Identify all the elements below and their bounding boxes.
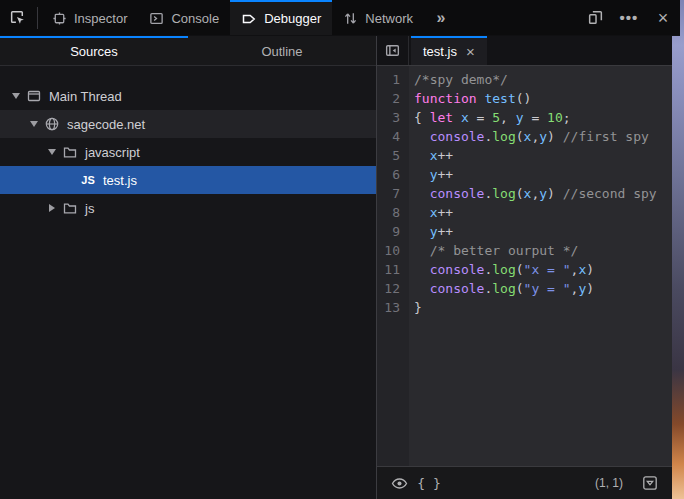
editor-tab-label: test.js <box>423 44 457 59</box>
pick-element-icon <box>9 9 26 26</box>
tree-item-js[interactable]: js <box>0 194 376 222</box>
line-number[interactable]: 6 <box>377 165 409 184</box>
tab-outline[interactable]: Outline <box>188 36 376 65</box>
expand-panel-icon <box>642 475 658 491</box>
code-line: 9 y++ <box>377 222 672 241</box>
tree-item-main-thread[interactable]: Main Thread <box>0 82 376 110</box>
code-text: function test() <box>409 89 531 108</box>
line-number[interactable]: 2 <box>377 89 409 108</box>
toolbar-spacer <box>458 0 578 35</box>
code-text: /*spy demo*/ <box>409 70 508 89</box>
tree-item-test-js[interactable]: JStest.js <box>0 166 376 194</box>
collapse-sidebar-icon <box>384 42 401 59</box>
close-devtools-button[interactable]: × <box>646 0 680 35</box>
desktop-wallpaper-strip <box>672 0 684 499</box>
code-line: 7 console.log(x,y) //second spy <box>377 184 672 203</box>
globe-icon <box>44 116 60 132</box>
close-tab-icon[interactable]: × <box>466 44 475 59</box>
tab-label: Outline <box>261 44 302 59</box>
tab-inspector[interactable]: Inspector <box>41 0 138 35</box>
chevron-down-icon[interactable] <box>26 121 42 127</box>
more-tabs-button[interactable]: » <box>424 0 458 35</box>
tree-item-label: sagecode.net <box>67 117 145 132</box>
line-number[interactable]: 12 <box>377 279 409 298</box>
line-number[interactable]: 3 <box>377 108 409 127</box>
tab-label: Debugger <box>264 11 321 26</box>
code-line: 2function test() <box>377 89 672 108</box>
line-number[interactable]: 9 <box>377 222 409 241</box>
line-number[interactable]: 11 <box>377 260 409 279</box>
code-line: 8 x++ <box>377 203 672 222</box>
debugger-icon <box>241 11 257 27</box>
line-number[interactable]: 8 <box>377 203 409 222</box>
chevron-right-icon[interactable] <box>44 204 60 212</box>
source-editor-panel: test.js × 1/*spy demo*/2function test()3… <box>377 36 672 499</box>
js-icon: JS <box>80 172 96 188</box>
devtools-window: Inspector Console Debugger <box>0 0 684 499</box>
pick-element-button[interactable] <box>0 0 34 35</box>
eye-icon <box>391 475 408 492</box>
close-icon: × <box>658 9 669 27</box>
code-editor[interactable]: 1/*spy demo*/2function test()3{ let x = … <box>377 66 672 466</box>
chevron-double-right-icon: » <box>437 9 446 27</box>
line-number[interactable]: 4 <box>377 127 409 146</box>
expand-panel-button[interactable] <box>637 471 663 495</box>
code-text: y++ <box>409 222 453 241</box>
folder-icon <box>62 144 78 160</box>
code-text: { let x = 5, y = 10; <box>409 108 571 127</box>
code-line: 10 /* better ourput */ <box>377 241 672 260</box>
editor-tabbar: test.js × <box>377 36 672 66</box>
sources-tree: Main Threadsagecode.netjavascriptJStest.… <box>0 66 376 499</box>
tab-network[interactable]: Network <box>332 0 424 35</box>
code-line: 3{ let x = 5, y = 10; <box>377 108 672 127</box>
devtools-main: Sources Outline Main Threadsagecode.netj… <box>0 36 672 499</box>
tab-label: Sources <box>70 44 118 59</box>
chevron-down-icon[interactable] <box>8 93 24 99</box>
code-line: 13} <box>377 298 672 317</box>
sidebar-tabbar: Sources Outline <box>0 36 376 66</box>
tree-item-javascript[interactable]: javascript <box>0 138 376 166</box>
toolbar-separator <box>37 7 38 29</box>
cursor-position: (1, 1) <box>595 476 623 490</box>
tab-label: Inspector <box>74 11 127 26</box>
tree-item-label: Main Thread <box>49 89 122 104</box>
code-text: console.log(x,y) //first spy <box>409 127 649 146</box>
collapse-sources-pane-button[interactable] <box>377 36 409 65</box>
tab-debugger[interactable]: Debugger <box>230 0 332 35</box>
code-text: console.log("x = ",x) <box>409 260 594 279</box>
editor-tab-testjs[interactable]: test.js × <box>411 36 487 65</box>
code-line: 11 console.log("x = ",x) <box>377 260 672 279</box>
sources-sidebar: Sources Outline Main Threadsagecode.netj… <box>0 36 377 499</box>
folder-icon <box>62 200 78 216</box>
code-text: x++ <box>409 203 453 222</box>
tab-sources[interactable]: Sources <box>0 36 188 65</box>
code-line: 4 console.log(x,y) //first spy <box>377 127 672 146</box>
code-line: 1/*spy demo*/ <box>377 70 672 89</box>
braces-icon: { } <box>417 476 440 491</box>
devtools-toolbar: Inspector Console Debugger <box>0 0 680 36</box>
watch-expression-button[interactable] <box>386 471 412 495</box>
chevron-down-icon[interactable] <box>44 149 60 155</box>
line-number[interactable]: 13 <box>377 298 409 317</box>
window-icon <box>26 88 42 104</box>
line-number[interactable]: 1 <box>377 70 409 89</box>
network-icon <box>343 11 358 26</box>
line-number[interactable]: 10 <box>377 241 409 260</box>
code-text: console.log(x,y) //second spy <box>409 184 657 203</box>
code-line: 12 console.log("y = ",y) <box>377 279 672 298</box>
line-number[interactable]: 5 <box>377 146 409 165</box>
code-text: } <box>409 298 422 317</box>
pretty-print-button[interactable]: { } <box>416 471 442 495</box>
line-number[interactable]: 7 <box>377 184 409 203</box>
responsive-design-button[interactable] <box>578 0 612 35</box>
meatball-menu-button[interactable]: ••• <box>612 0 646 35</box>
code-line: 5 x++ <box>377 146 672 165</box>
tree-item-sagecode-net[interactable]: sagecode.net <box>0 110 376 138</box>
tab-label: Console <box>171 11 219 26</box>
tab-console[interactable]: Console <box>138 0 230 35</box>
code-text: /* better ourput */ <box>409 241 578 260</box>
inspector-icon <box>52 11 67 26</box>
meatball-menu-icon: ••• <box>620 9 639 26</box>
tree-item-label: javascript <box>85 145 140 160</box>
console-icon <box>149 11 164 26</box>
